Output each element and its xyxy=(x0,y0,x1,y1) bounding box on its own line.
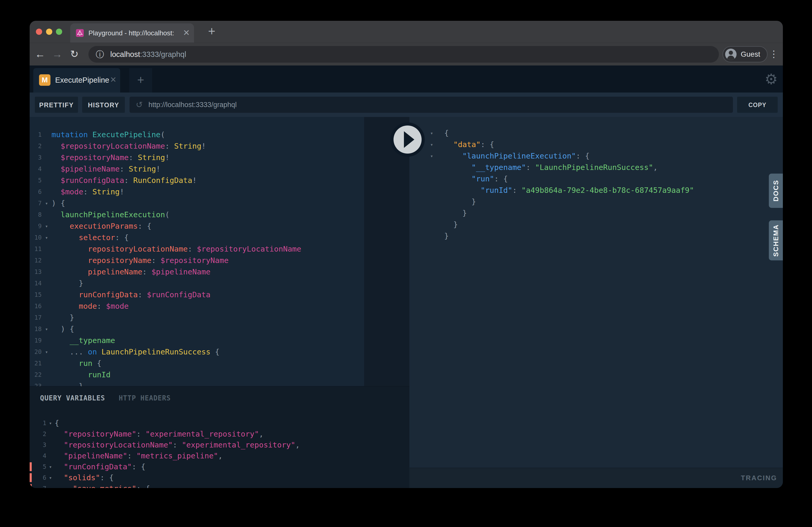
docs-tab[interactable]: DOCS xyxy=(769,174,783,208)
forward-icon[interactable]: → xyxy=(50,43,64,66)
code-text: $repositoryLocationName: String! xyxy=(52,140,206,152)
fold-arrow-icon[interactable]: ▾ xyxy=(46,418,55,428)
code-line[interactable]: 9▾ executionParams: { xyxy=(30,220,364,232)
code-line[interactable]: 3 "repositoryLocationName": "experimenta… xyxy=(30,439,409,450)
line-number: 11 xyxy=(30,243,42,255)
fold-arrow-icon[interactable]: ▾ xyxy=(46,472,55,483)
code-line[interactable]: 1mutation ExecutePipeline( xyxy=(30,129,364,140)
add-session-button[interactable]: + xyxy=(129,68,152,92)
code-line[interactable]: 12 repositoryName: $repositoryName xyxy=(30,255,364,266)
address-bar[interactable]: ⓘ localhost:3333/graphql xyxy=(88,46,719,63)
code-line[interactable]: } xyxy=(430,219,783,230)
fold-arrow-icon[interactable]: ▾ xyxy=(430,127,444,139)
fold-arrow-icon[interactable]: ▾ xyxy=(42,197,52,209)
code-line[interactable]: } xyxy=(430,196,783,207)
code-line[interactable]: 7▾) { xyxy=(30,197,364,209)
code-line[interactable]: ▾{ xyxy=(430,127,783,139)
code-line[interactable]: 20▾ ... on LaunchPipelineRunSuccess { xyxy=(30,346,364,358)
code-line[interactable]: 13 pipelineName: $pipelineName xyxy=(30,266,364,277)
code-line[interactable]: 16 mode: $mode xyxy=(30,300,364,312)
code-line[interactable]: 19 __typename xyxy=(30,335,364,346)
fold-arrow-icon[interactable]: ▾ xyxy=(430,139,444,150)
history-button[interactable]: HISTORY xyxy=(82,97,125,113)
code-line[interactable]: 22 runId xyxy=(30,369,364,380)
back-icon[interactable]: ← xyxy=(33,43,47,66)
fold-arrow-icon[interactable]: ▾ xyxy=(46,461,55,472)
schema-tab[interactable]: SCHEMA xyxy=(769,220,783,260)
endpoint-input[interactable]: ↺ http://localhost:3333/graphql xyxy=(130,97,733,113)
code-line[interactable]: ▾ "launchPipelineExecution": { xyxy=(430,150,783,162)
code-line[interactable]: 2 "repositoryName": "experimental_reposi… xyxy=(30,428,409,439)
code-line[interactable]: 15 runConfigData: $runConfigData xyxy=(30,289,364,300)
code-line[interactable]: 7▾ "save_metrics": { xyxy=(30,483,409,488)
code-line[interactable]: 21 run { xyxy=(30,358,364,369)
code-line[interactable]: 17 } xyxy=(30,312,364,323)
code-line[interactable]: 1▾{ xyxy=(30,418,409,428)
fold-spacer xyxy=(42,369,52,380)
window-minimize-button[interactable] xyxy=(46,29,52,35)
tab-query-variables[interactable]: QUERY VARIABLES xyxy=(40,394,105,402)
code-text: "__typename": "LaunchPipelineRunSuccess"… xyxy=(444,162,658,173)
code-line[interactable]: 3 $repositoryName: String! xyxy=(30,152,364,163)
fold-spacer xyxy=(430,219,444,230)
fold-arrow-icon[interactable]: ▾ xyxy=(42,323,52,335)
fold-arrow-icon[interactable]: ▾ xyxy=(42,346,52,358)
code-line[interactable]: "run": { xyxy=(430,173,783,184)
code-line[interactable]: 10▾ selector: { xyxy=(30,232,364,243)
line-number: 19 xyxy=(30,335,42,346)
execute-button[interactable] xyxy=(390,122,425,157)
code-text: $repositoryName: String! xyxy=(52,152,170,163)
window-close-button[interactable] xyxy=(36,29,42,35)
code-line[interactable]: 5▾ "runConfigData": { xyxy=(30,461,409,472)
line-number: 10 xyxy=(30,232,42,243)
session-tab[interactable]: M ExecutePipeline ✕ xyxy=(33,68,120,92)
line-number: 7 xyxy=(30,483,46,488)
reload-schema-icon[interactable]: ↺ xyxy=(136,101,143,109)
fold-spacer xyxy=(42,266,52,277)
new-tab-button[interactable]: + xyxy=(201,21,223,43)
fold-arrow-icon[interactable]: ▾ xyxy=(42,232,52,243)
code-line[interactable]: 5 $runConfigData: RunConfigData! xyxy=(30,175,364,186)
play-icon xyxy=(404,131,414,148)
reload-icon[interactable]: ↻ xyxy=(67,43,82,66)
tab-close-icon[interactable]: ✕ xyxy=(183,24,190,43)
tracing-bar[interactable]: TRACING xyxy=(409,468,783,488)
response-viewer[interactable]: ▾{▾ "data": {▾ "launchPipelineExecution"… xyxy=(409,117,783,468)
code-line[interactable]: 18▾ ) { xyxy=(30,323,364,335)
session-close-icon[interactable]: ✕ xyxy=(110,68,117,92)
profile-button[interactable]: Guest xyxy=(723,46,768,62)
code-line[interactable]: 2 $repositoryLocationName: String! xyxy=(30,140,364,152)
code-line[interactable]: 6 $mode: String! xyxy=(30,186,364,197)
code-line[interactable]: ▾ "data": { xyxy=(430,139,783,150)
window-maximize-button[interactable] xyxy=(56,29,62,35)
code-line[interactable]: } xyxy=(430,230,783,242)
code-line[interactable]: "__typename": "LaunchPipelineRunSuccess"… xyxy=(430,162,783,173)
variables-lines[interactable]: 1▾{2 "repositoryName": "experimental_rep… xyxy=(30,418,409,488)
code-line[interactable]: 14 } xyxy=(30,277,364,289)
code-line[interactable]: 6▾ "solids": { xyxy=(30,472,409,483)
line-number: 7 xyxy=(30,197,42,209)
code-text: } xyxy=(444,219,458,230)
code-line[interactable]: 11 repositoryLocationName: $repositoryLo… xyxy=(30,243,364,255)
code-line[interactable]: "runId": "a49b864a-79e2-4be8-b78c-687457… xyxy=(430,184,783,196)
fold-arrow-icon[interactable]: ▾ xyxy=(42,220,52,232)
code-line[interactable]: 4 $pipelineName: String! xyxy=(30,163,364,175)
tab-http-headers[interactable]: HTTP HEADERS xyxy=(119,394,171,402)
copy-curl-button[interactable]: COPY CURL xyxy=(737,97,778,113)
error-marker xyxy=(30,473,32,482)
fold-arrow-icon[interactable]: ▾ xyxy=(46,483,55,488)
fold-arrow-icon[interactable]: ▾ xyxy=(430,150,444,162)
code-line[interactable]: 4 "pipelineName": "metrics_pipeline", xyxy=(30,450,409,461)
code-line[interactable]: 8 launchPipelineExecution( xyxy=(30,209,364,220)
code-text: mutation ExecutePipeline( xyxy=(52,129,165,140)
query-editor[interactable]: 1mutation ExecutePipeline(2 $repositoryL… xyxy=(30,117,364,386)
code-line[interactable]: 23 } xyxy=(30,380,364,386)
browser-tab[interactable]: Playground - http://localhost:3 ✕ xyxy=(70,24,194,43)
line-number: 9 xyxy=(30,220,42,232)
site-info-icon[interactable]: ⓘ xyxy=(96,50,104,59)
settings-gear-icon[interactable]: ⚙ xyxy=(762,70,780,88)
prettify-button[interactable]: PRETTIFY xyxy=(35,97,78,113)
code-line[interactable]: } xyxy=(430,207,783,219)
line-number: 18 xyxy=(30,323,42,335)
browser-menu-icon[interactable]: ⋮ xyxy=(767,43,780,66)
